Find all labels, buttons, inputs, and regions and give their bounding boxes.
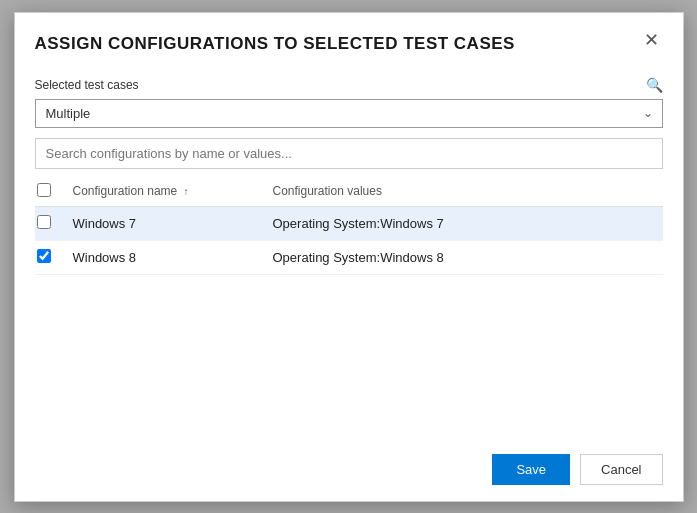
search-icon[interactable]: 🔍 xyxy=(646,77,663,93)
dialog-body: Selected test cases 🔍 Multiple ⌄ Configu… xyxy=(15,67,683,438)
selected-test-cases-label: Selected test cases xyxy=(35,78,139,92)
dialog-footer: Save Cancel xyxy=(15,438,683,501)
row-check-cell-win7 xyxy=(35,206,65,240)
row-name-win7: Windows 7 xyxy=(65,206,265,240)
row-values-win7: Operating System:Windows 7 xyxy=(265,206,663,240)
test-cases-dropdown[interactable]: Multiple xyxy=(35,99,663,128)
table-header-row: Configuration name ↑ Configuration value… xyxy=(35,177,663,207)
row-checkbox-win8[interactable] xyxy=(37,249,51,263)
close-button[interactable]: ✕ xyxy=(640,31,663,49)
assign-configurations-dialog: ASSIGN CONFIGURATIONS TO SELECTED TEST C… xyxy=(14,12,684,502)
row-check-cell-win8 xyxy=(35,240,65,274)
table-body: Windows 7 Operating System:Windows 7 Win… xyxy=(35,206,663,274)
config-values-header-label: Configuration values xyxy=(273,184,382,198)
header-check-cell xyxy=(35,177,65,207)
search-input[interactable] xyxy=(35,138,663,169)
field-row: Selected test cases 🔍 xyxy=(35,77,663,93)
select-all-checkbox[interactable] xyxy=(37,183,51,197)
row-values-win8: Operating System:Windows 8 xyxy=(265,240,663,274)
test-cases-dropdown-wrapper: Multiple ⌄ xyxy=(35,99,663,128)
header-values-cell: Configuration values xyxy=(265,177,663,207)
save-button[interactable]: Save xyxy=(492,454,570,485)
table-row: Windows 8 Operating System:Windows 8 xyxy=(35,240,663,274)
row-checkbox-win7[interactable] xyxy=(37,215,51,229)
table-row: Windows 7 Operating System:Windows 7 xyxy=(35,206,663,240)
configurations-table-wrapper: Configuration name ↑ Configuration value… xyxy=(35,177,663,438)
row-name-win8: Windows 8 xyxy=(65,240,265,274)
config-name-header-label: Configuration name xyxy=(73,184,178,198)
dialog-header: ASSIGN CONFIGURATIONS TO SELECTED TEST C… xyxy=(15,13,683,67)
header-name-cell: Configuration name ↑ xyxy=(65,177,265,207)
configurations-table: Configuration name ↑ Configuration value… xyxy=(35,177,663,275)
dialog-title: ASSIGN CONFIGURATIONS TO SELECTED TEST C… xyxy=(35,33,640,55)
cancel-button[interactable]: Cancel xyxy=(580,454,662,485)
table-header: Configuration name ↑ Configuration value… xyxy=(35,177,663,207)
sort-arrow-icon: ↑ xyxy=(184,186,189,197)
